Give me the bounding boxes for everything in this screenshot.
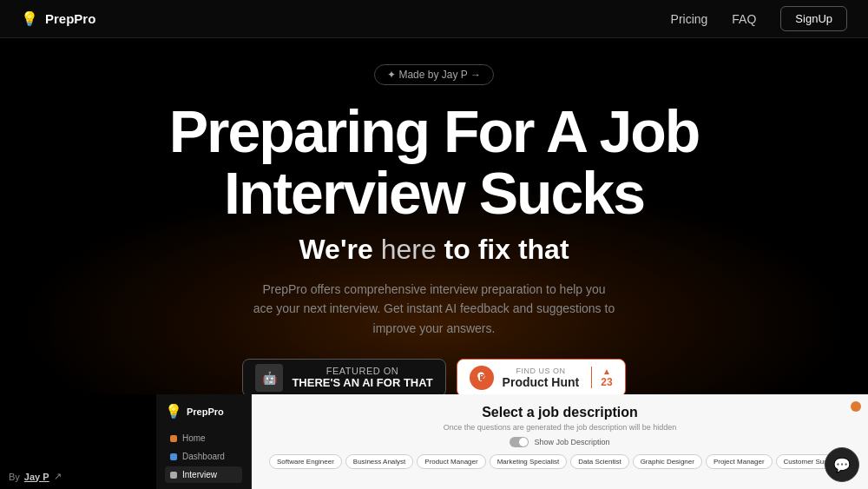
tag-3[interactable]: Marketing Specialist (490, 454, 568, 469)
preview-logo: 💡 PrepPro (165, 403, 242, 420)
hero-section: ✦ Made by Jay P → Preparing For A Job In… (0, 38, 868, 394)
sidebar-item-dashboard[interactable]: Dashboard (165, 448, 242, 465)
ph-label: FIND US ON (503, 367, 580, 375)
navbar: 💡 PrepPro Pricing FAQ SignUp (0, 0, 868, 38)
toggle-knob (519, 438, 528, 446)
producthunt-badge[interactable]: FIND US ON Product Hunt ▲ 23 (457, 359, 626, 397)
tag-5[interactable]: Graphic Designer (633, 454, 702, 469)
tag-4[interactable]: Data Scientist (570, 454, 628, 469)
show-job-toggle[interactable] (510, 437, 529, 447)
sidebar-item-dashboard-label: Dashboard (182, 452, 225, 461)
tag-1[interactable]: Business Analyst (345, 454, 413, 469)
preview-logo-text: PrepPro (187, 406, 224, 417)
subtitle-prefix: We're (299, 234, 372, 265)
tag-6[interactable]: Project Manager (706, 454, 773, 469)
subtitle-suffix: to fix that (444, 234, 569, 265)
logo[interactable]: 💡 PrepPro (21, 10, 95, 27)
ai-badge-info: FEATURED ON THERE'S AN AI FOR THAT (292, 366, 432, 389)
sidebar-item-home-label: Home (182, 433, 206, 443)
ph-name: Product Hunt (503, 375, 580, 389)
ai-badge-name: THERE'S AN AI FOR THAT (292, 376, 432, 389)
preview-logo-icon: 💡 (165, 403, 182, 420)
author-link-icon: ↗ (54, 471, 62, 482)
preview-select-title: Select a job description (269, 405, 851, 420)
ph-arrow-up: ▲ (602, 367, 611, 376)
preview-main: Select a job description Once the questi… (252, 394, 868, 489)
toggle-label: Show Job Description (534, 438, 609, 446)
preview-sidebar: 💡 PrepPro Home Dashboard Interview (156, 394, 252, 489)
ph-info: FIND US ON Product Hunt (503, 367, 580, 389)
home-icon (170, 435, 177, 442)
chat-icon: 💬 (833, 457, 851, 473)
nav-pricing[interactable]: Pricing (671, 12, 708, 26)
ph-count: ▲ 23 (591, 367, 612, 388)
made-by-text: ✦ Made by Jay P → (387, 69, 481, 81)
app-preview: 💡 PrepPro Home Dashboard Interview Selec… (0, 394, 868, 489)
preview-close-dot[interactable] (851, 401, 861, 412)
signup-button[interactable]: SignUp (780, 6, 847, 31)
tag-0[interactable]: Software Engineer (269, 454, 342, 469)
logo-text: PrepPro (45, 11, 95, 26)
nav-faq[interactable]: FAQ (732, 12, 756, 26)
chat-bubble[interactable]: 💬 (825, 447, 859, 482)
made-by-badge[interactable]: ✦ Made by Jay P → (374, 64, 494, 85)
preview-select-sub: Once the questions are generated the job… (269, 423, 851, 432)
hero-subtitle: We're here to fix that (299, 234, 569, 266)
ai-badge-label: FEATURED ON (292, 366, 432, 376)
sidebar-item-interview-label: Interview (182, 470, 217, 479)
preview-toggle-row: Show Job Description (269, 437, 851, 447)
interview-icon (170, 472, 177, 479)
ai-badge[interactable]: 🤖 FEATURED ON THERE'S AN AI FOR THAT (242, 359, 445, 397)
by-text: By (9, 472, 20, 482)
ph-count-number: 23 (601, 376, 612, 388)
nav-links: Pricing FAQ SignUp (671, 6, 847, 31)
badges-row: 🤖 FEATURED ON THERE'S AN AI FOR THAT FIN… (242, 359, 625, 397)
ph-icon (470, 366, 494, 390)
tag-2[interactable]: Product Manager (417, 454, 485, 469)
ai-badge-icon: 🤖 (255, 364, 283, 392)
sidebar-item-home[interactable]: Home (165, 430, 242, 446)
logo-icon: 💡 (21, 10, 38, 27)
hero-title: Preparing For A Job Interview Sucks (169, 101, 700, 225)
by-author: By Jay P ↗ (9, 471, 62, 482)
author-link[interactable]: Jay P (24, 472, 49, 482)
preview-tags-row: Software Engineer Business Analyst Produ… (269, 454, 851, 469)
hero-description: PrepPro offers comprehensive interview p… (252, 280, 616, 338)
subtitle-italic: here (373, 234, 444, 265)
dashboard-icon (170, 453, 177, 460)
sidebar-item-interview[interactable]: Interview (165, 466, 242, 483)
